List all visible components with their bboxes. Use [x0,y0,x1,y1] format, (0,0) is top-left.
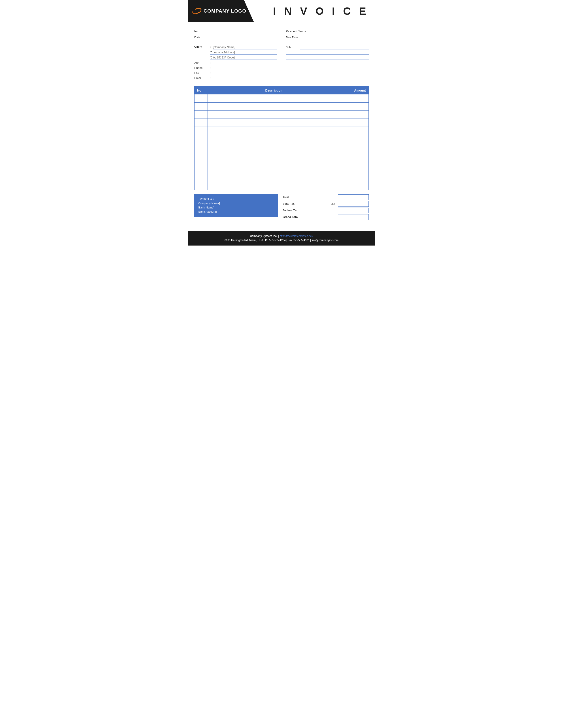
row-desc-10[interactable] [208,166,340,174]
payment-terms-colon: : [315,30,316,33]
client-fax-value[interactable] [213,71,277,75]
payment-terms-row: Payment Terms : [286,29,369,34]
row-amount-12[interactable] [340,182,369,190]
row-no-9[interactable] [194,158,208,166]
invoice-table: No Description Amount [194,86,369,190]
table-row [194,182,369,190]
job-field-1[interactable] [300,45,369,49]
row-amount-5[interactable] [340,126,369,134]
row-amount-1[interactable] [340,94,369,102]
row-amount-2[interactable] [340,102,369,110]
row-desc-9[interactable] [208,158,340,166]
payment-box: Payment to : [Company Name] [Bank Name] … [194,194,278,217]
row-no-8[interactable] [194,150,208,158]
row-amount-7[interactable] [340,142,369,150]
client-attn-colon: : [210,61,211,64]
row-no-1[interactable] [194,94,208,102]
client-email-value[interactable] [213,76,277,80]
totals-section: Total State Tax 3% Federal Tax Grand Tot… [283,194,369,220]
table-row [194,110,369,118]
client-company-name[interactable]: [Company Name] [213,45,277,49]
total-label: Total [283,195,329,199]
payment-bank-name[interactable]: [Bank Name] [197,206,275,209]
federal-tax-value-field[interactable] [338,208,369,213]
row-amount-4[interactable] [340,118,369,126]
row-no-6[interactable] [194,134,208,142]
client-email-label: Email [194,76,210,80]
footer-url[interactable]: http://freewordtemplates.net/ [279,235,313,238]
table-row [194,150,369,158]
row-amount-3[interactable] [340,110,369,118]
row-no-4[interactable] [194,118,208,126]
row-desc-7[interactable] [208,142,340,150]
header: COMPANY LOGO I N V O I C E [188,0,375,22]
payment-company-name[interactable]: [Company Name] [197,202,275,205]
row-amount-11[interactable] [340,174,369,182]
job-field-3[interactable] [286,55,369,60]
client-job-section: Client : [Company Name] [Company Address… [188,45,375,81]
bottom-section: Payment to : [Company Name] [Bank Name] … [188,194,375,220]
row-no-2[interactable] [194,102,208,110]
no-row: No : [194,29,277,34]
date-row: Date : [194,35,277,40]
client-fax-colon: : [210,71,211,75]
table-row [194,102,369,110]
row-desc-2[interactable] [208,102,340,110]
row-no-7[interactable] [194,142,208,150]
table-row [194,158,369,166]
client-email-colon: : [210,76,211,80]
row-desc-11[interactable] [208,174,340,182]
row-desc-6[interactable] [208,134,340,142]
due-date-colon: : [315,36,316,39]
info-section: No : Payment Terms : Date : Due Date : [188,29,375,41]
row-no-10[interactable] [194,166,208,174]
row-no-12[interactable] [194,182,208,190]
row-amount-6[interactable] [340,134,369,142]
row-desc-4[interactable] [208,118,340,126]
total-row: Total [283,194,369,200]
state-tax-label: State Tax [283,202,329,205]
client-attn-value[interactable] [213,60,277,65]
job-field-4[interactable] [286,60,369,65]
footer-company: Company System Inc. [250,235,277,238]
logo-icon [192,8,202,15]
client-phone-colon: : [210,66,211,69]
client-phone-value[interactable] [213,66,277,70]
row-desc-3[interactable] [208,110,340,118]
row-amount-10[interactable] [340,166,369,174]
payment-terms-label: Payment Terms [286,30,315,33]
row-amount-9[interactable] [340,158,369,166]
table-section: No Description Amount [188,86,375,190]
footer-line-1: Company System Inc. | http://freewordtem… [192,234,371,238]
row-desc-8[interactable] [208,150,340,158]
grand-total-value-field[interactable] [338,214,369,220]
no-colon: : [223,30,224,33]
due-date-row: Due Date : [286,35,369,40]
row-desc-12[interactable] [208,182,340,190]
row-desc-1[interactable] [208,94,340,102]
date-colon: : [223,36,224,39]
row-amount-8[interactable] [340,150,369,158]
federal-tax-row: Federal Tax [283,208,369,213]
payment-bank-account[interactable]: [Bank Account] [197,210,275,213]
row-no-11[interactable] [194,174,208,182]
table-row [194,142,369,150]
client-address[interactable]: [Company Address] [210,50,277,55]
no-label: No [194,30,223,33]
job-colon: : [297,46,298,49]
client-fax-label: Fax [194,71,210,75]
state-tax-row: State Tax 3% [283,201,369,207]
table-row [194,174,369,182]
client-colon: : [210,45,211,48]
client-city[interactable]: [City, ST, ZIP Code] [210,55,277,60]
row-no-3[interactable] [194,110,208,118]
client-label: Client [194,45,210,48]
grand-total-label: Grand Total [283,215,329,219]
job-field-2[interactable] [286,50,369,55]
state-tax-value-field[interactable] [338,201,369,207]
total-value-field[interactable] [338,194,369,200]
row-desc-5[interactable] [208,126,340,134]
invoice-title: I N V O I C E [273,5,369,17]
table-header: No Description Amount [194,86,369,95]
row-no-5[interactable] [194,126,208,134]
